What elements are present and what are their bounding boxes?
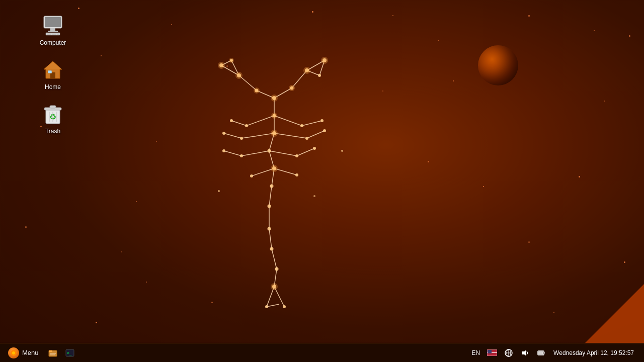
trash-icon-image: ♻ — [41, 102, 65, 126]
svg-line-31 — [269, 229, 272, 249]
svg-rect-94 — [52, 34, 54, 35]
system-tray: EN — [465, 347, 641, 358]
svg-point-77 — [268, 227, 271, 231]
svg-line-35 — [274, 287, 284, 307]
power-button[interactable] — [534, 347, 547, 358]
svg-line-8 — [257, 90, 274, 98]
svg-rect-111 — [49, 350, 52, 352]
svg-line-24 — [269, 151, 297, 156]
svg-rect-99 — [48, 70, 52, 73]
svg-line-34 — [267, 287, 274, 307]
trash-label: Trash — [45, 128, 60, 135]
svg-rect-93 — [49, 34, 51, 35]
svg-point-84 — [341, 150, 343, 152]
svg-point-66 — [268, 149, 271, 153]
svg-line-28 — [274, 168, 297, 175]
svg-line-9 — [274, 88, 292, 98]
svg-point-38 — [218, 62, 225, 69]
svg-rect-122 — [544, 352, 545, 353]
svg-point-43 — [255, 89, 259, 93]
svg-rect-113 — [50, 354, 55, 355]
svg-point-60 — [272, 131, 276, 135]
svg-line-22 — [242, 151, 269, 156]
svg-point-69 — [295, 154, 298, 157]
terminal-button[interactable]: >_ — [62, 345, 78, 360]
home-icon-image — [41, 57, 65, 81]
svg-rect-123 — [538, 351, 543, 354]
volume-button[interactable] — [518, 347, 531, 358]
menu-label: Menu — [22, 349, 39, 356]
volume-icon — [520, 348, 529, 357]
svg-line-17 — [224, 133, 242, 138]
svg-point-62 — [240, 137, 243, 140]
svg-point-86 — [218, 190, 220, 192]
svg-line-25 — [297, 148, 314, 156]
svg-point-78 — [270, 247, 274, 251]
stars-decoration — [0, 0, 644, 362]
network-button[interactable] — [502, 347, 515, 358]
svg-point-51 — [303, 67, 310, 74]
svg-line-20 — [269, 133, 274, 151]
svg-line-1 — [221, 65, 239, 75]
svg-point-71 — [272, 166, 276, 170]
svg-line-14 — [274, 116, 302, 126]
svg-point-76 — [268, 205, 271, 208]
svg-point-58 — [300, 124, 303, 127]
svg-line-21 — [269, 151, 274, 168]
desktop-icons: Computer Home — [30, 10, 75, 138]
svg-point-57 — [230, 119, 233, 122]
svg-point-52 — [272, 96, 276, 100]
trash-icon[interactable]: ♻ Trash — [30, 99, 75, 138]
svg-line-19 — [307, 131, 325, 138]
file-manager-button[interactable] — [45, 345, 61, 360]
menu-button[interactable]: Menu — [3, 345, 44, 360]
language-indicator[interactable]: EN — [469, 348, 482, 357]
svg-point-61 — [271, 130, 278, 137]
svg-point-53 — [271, 95, 278, 102]
svg-line-3 — [292, 70, 307, 88]
constellation — [191, 50, 382, 314]
svg-rect-92 — [47, 34, 49, 35]
svg-line-15 — [302, 121, 322, 126]
taskbar: Menu >_ EN — [0, 343, 644, 362]
svg-point-65 — [323, 129, 326, 132]
datetime-display[interactable]: Wednesday April 12, 19:52:57 — [550, 348, 637, 357]
home-icon[interactable]: Home — [30, 54, 75, 94]
svg-line-6 — [221, 60, 231, 65]
svg-point-81 — [271, 283, 278, 290]
planet-decoration — [478, 45, 518, 85]
network-icon — [504, 348, 513, 357]
svg-line-26 — [272, 168, 274, 186]
svg-point-54 — [273, 114, 276, 118]
svg-point-42 — [235, 72, 243, 79]
svg-point-70 — [313, 147, 316, 150]
svg-rect-96 — [57, 34, 59, 35]
svg-rect-90 — [48, 31, 58, 32]
svg-line-18 — [274, 133, 307, 138]
svg-line-2 — [231, 60, 239, 75]
svg-line-27 — [252, 168, 274, 176]
svg-point-109 — [12, 351, 15, 354]
svg-point-41 — [237, 73, 241, 77]
svg-line-23 — [224, 151, 242, 156]
computer-icon-image — [41, 13, 65, 37]
svg-point-55 — [271, 113, 277, 119]
svg-point-45 — [290, 86, 294, 90]
svg-point-85 — [313, 195, 315, 197]
svg-point-44 — [254, 87, 260, 94]
flag-button[interactable] — [485, 348, 499, 357]
svg-point-64 — [305, 137, 308, 140]
svg-line-0 — [239, 75, 257, 90]
svg-rect-89 — [50, 28, 55, 31]
svg-line-36 — [267, 304, 279, 307]
svg-rect-103 — [50, 106, 56, 108]
svg-point-39 — [230, 59, 233, 62]
svg-point-50 — [305, 68, 309, 72]
us-flag — [487, 349, 497, 356]
triangle-decoration — [584, 284, 644, 344]
svg-point-68 — [222, 149, 225, 152]
computer-icon[interactable]: Computer — [30, 10, 75, 49]
svg-point-80 — [272, 285, 276, 289]
svg-line-32 — [272, 249, 277, 269]
svg-point-63 — [222, 132, 225, 135]
